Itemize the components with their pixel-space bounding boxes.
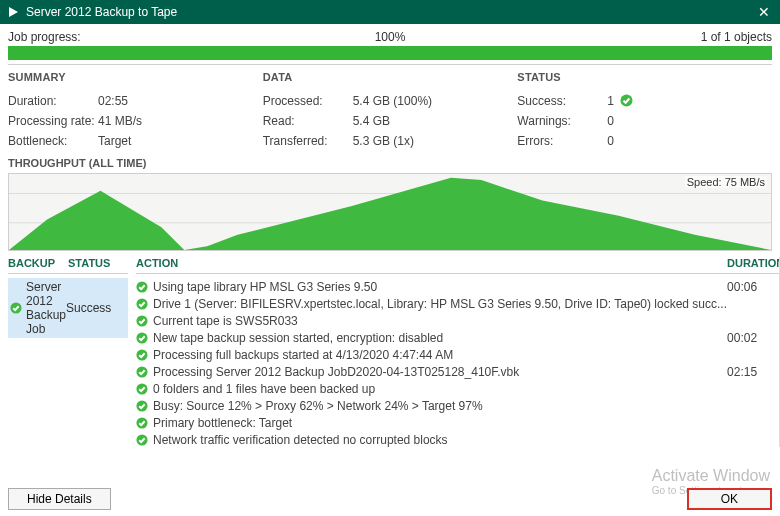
app-icon xyxy=(6,5,20,19)
rate-value: 41 MB/s xyxy=(98,114,142,128)
success-value: 1 xyxy=(607,94,614,108)
hide-details-button[interactable]: Hide Details xyxy=(8,488,111,510)
progress-bar xyxy=(8,46,772,60)
action-row[interactable]: Busy: Source 12% > Proxy 62% > Network 2… xyxy=(136,397,780,414)
duration-value: 02:55 xyxy=(98,94,128,108)
action-text: Primary bottleneck: Target xyxy=(153,416,727,430)
data-header: DATA xyxy=(263,71,518,83)
summary-col: SUMMARY Duration:02:55 Processing rate:4… xyxy=(8,71,263,151)
duration-label: Duration: xyxy=(8,94,98,108)
success-icon xyxy=(136,434,148,446)
action-row[interactable]: Drive 1 (Server: BIFILESRV.xpertstec.loc… xyxy=(136,295,780,312)
progress-objects: 1 of 1 objects xyxy=(517,30,772,44)
action-list: Using tape library HP MSL G3 Series 9.50… xyxy=(136,278,780,448)
processed-value: 5.4 GB (100%) xyxy=(353,94,432,108)
success-icon xyxy=(136,349,148,361)
action-text: Processing full backups started at 4/13/… xyxy=(153,348,727,362)
backup-name: Server 2012 Backup Job xyxy=(26,280,66,336)
duration-col-header[interactable]: DURATION xyxy=(727,257,780,269)
backup-status: Success xyxy=(66,301,126,315)
action-text: Current tape is SWS5R033 xyxy=(153,314,727,328)
success-icon xyxy=(620,94,633,108)
action-text: Network traffic verification detected no… xyxy=(153,433,727,447)
progress-row: Job progress: 100% 1 of 1 objects xyxy=(0,24,780,46)
summary-header: SUMMARY xyxy=(8,71,263,83)
svg-marker-0 xyxy=(9,7,18,17)
success-icon xyxy=(10,302,22,314)
backup-row[interactable]: Server 2012 Backup Job Success xyxy=(8,278,128,338)
window-title: Server 2012 Backup to Tape xyxy=(26,5,754,19)
action-text: Busy: Source 12% > Proxy 62% > Network 2… xyxy=(153,399,727,413)
errors-label: Errors: xyxy=(517,134,607,148)
action-row[interactable]: Network traffic verification detected no… xyxy=(136,431,780,448)
ok-button[interactable]: OK xyxy=(687,488,772,510)
action-panel: ACTION DURATION Using tape library HP MS… xyxy=(136,257,780,455)
titlebar: Server 2012 Backup to Tape ✕ xyxy=(0,0,780,24)
action-text: Drive 1 (Server: BIFILESRV.xpertstec.loc… xyxy=(153,297,727,311)
rate-label: Processing rate: xyxy=(8,114,98,128)
action-row[interactable]: 0 folders and 1 files have been backed u… xyxy=(136,380,780,397)
success-icon xyxy=(136,315,148,327)
backup-status-col-header[interactable]: STATUS xyxy=(68,257,128,269)
action-text: 0 folders and 1 files have been backed u… xyxy=(153,382,727,396)
status-col: STATUS Success:1 Warnings:0 Errors:0 xyxy=(517,71,772,151)
action-row[interactable]: New tape backup session started, encrypt… xyxy=(136,329,780,346)
success-icon xyxy=(136,400,148,412)
read-label: Read: xyxy=(263,114,353,128)
action-text: Processing Server 2012 Backup JobD2020-0… xyxy=(153,365,727,379)
throughput-chart: Speed: 75 MB/s xyxy=(8,173,772,251)
errors-value: 0 xyxy=(607,134,614,148)
success-icon xyxy=(136,417,148,429)
processed-label: Processed: xyxy=(263,94,353,108)
success-icon xyxy=(136,383,148,395)
status-header: STATUS xyxy=(517,71,772,83)
close-icon[interactable]: ✕ xyxy=(754,4,774,20)
action-col-header[interactable]: ACTION xyxy=(136,257,727,269)
action-row[interactable]: Primary bottleneck: Target xyxy=(136,414,780,431)
warnings-label: Warnings: xyxy=(517,114,607,128)
progress-label: Job progress: xyxy=(8,30,263,44)
data-col: DATA Processed:5.4 GB (100%) Read:5.4 GB… xyxy=(263,71,518,151)
backup-col-header[interactable]: BACKUP xyxy=(8,257,68,269)
action-text: Using tape library HP MSL G3 Series 9.50 xyxy=(153,280,727,294)
action-row[interactable]: Processing full backups started at 4/13/… xyxy=(136,346,780,363)
action-duration: 02:15 xyxy=(727,365,780,379)
stats-section: SUMMARY Duration:02:55 Processing rate:4… xyxy=(0,69,780,155)
success-icon xyxy=(136,298,148,310)
read-value: 5.4 GB xyxy=(353,114,390,128)
warnings-value: 0 xyxy=(607,114,614,128)
backup-panel: BACKUP STATUS Server 2012 Backup Job Suc… xyxy=(8,257,128,455)
footer: Hide Details OK xyxy=(8,486,772,512)
transferred-label: Transferred: xyxy=(263,134,353,148)
bottleneck-value: Target xyxy=(98,134,131,148)
bottleneck-label: Bottleneck: xyxy=(8,134,98,148)
watermark-line1: Activate Window xyxy=(652,467,770,484)
throughput-speed: Speed: 75 MB/s xyxy=(685,176,767,188)
success-icon xyxy=(136,281,148,293)
action-row[interactable]: Processing Server 2012 Backup JobD2020-0… xyxy=(136,363,780,380)
action-duration: 00:02 xyxy=(727,331,780,345)
svg-marker-4 xyxy=(9,178,771,250)
success-icon xyxy=(136,366,148,378)
action-row[interactable]: Using tape library HP MSL G3 Series 9.50… xyxy=(136,278,780,295)
action-row[interactable]: Current tape is SWS5R033 xyxy=(136,312,780,329)
success-icon xyxy=(136,332,148,344)
transferred-value: 5.3 GB (1x) xyxy=(353,134,414,148)
throughput-label: THROUGHPUT (ALL TIME) xyxy=(0,155,780,171)
success-label: Success: xyxy=(517,94,607,108)
divider xyxy=(8,64,772,65)
action-duration: 00:06 xyxy=(727,280,780,294)
action-text: New tape backup session started, encrypt… xyxy=(153,331,727,345)
progress-percent: 100% xyxy=(263,30,518,44)
throughput-area xyxy=(9,174,771,250)
